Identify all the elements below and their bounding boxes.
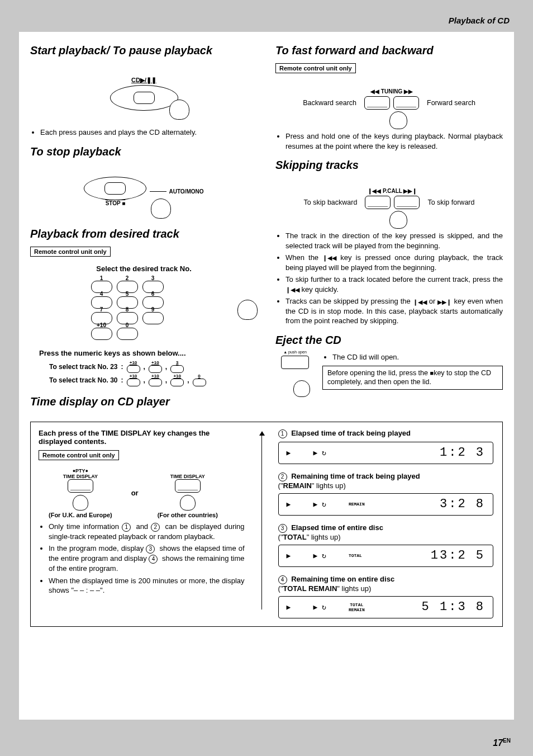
stop-label: STOP ■	[84, 200, 146, 206]
right-column: To fast forward and backward Remote cont…	[275, 44, 503, 414]
ff-bw-notes: Press and hold one of the keys during pl…	[275, 131, 503, 151]
time-display-box: Each press of the TIME DISPLAY key chang…	[30, 422, 503, 627]
time-display-title: Time display on CD player	[30, 395, 258, 408]
time-display-key-other[interactable]	[175, 479, 201, 493]
header-section-label: Playback of CD	[19, 16, 510, 25]
lcd-display: ▶ ▶ ↻ TOTAL REMAIN 5 1:3 8	[278, 596, 493, 618]
key-9[interactable]: 9	[142, 312, 164, 324]
start-playback-title: Start playback/ To pause playback	[30, 44, 258, 57]
page-number: 17EN	[493, 738, 511, 748]
left-column: Start playback/ To pause playback CD▶/❚❚…	[30, 44, 258, 414]
hand-icon	[389, 211, 407, 229]
note-item: When the ❙◀◀ key is pressed once during …	[285, 253, 503, 272]
play-icon: ▶	[287, 551, 291, 560]
skip-back-icon: ❙◀◀	[285, 286, 299, 294]
hand-icon	[169, 100, 189, 120]
backward-search-label: Backward search	[303, 99, 356, 107]
other-caption: (For other countries)	[158, 512, 218, 518]
indicator: TOTAL	[349, 553, 362, 558]
hand-icon	[73, 495, 88, 511]
press-numeric-label: Press the numeric keys as shown below...…	[30, 349, 258, 357]
lcd-display: ▶ ▶ ↻ REMAIN 3:2 8	[278, 493, 493, 516]
push-open-label: ▲ push open	[275, 350, 315, 354]
hand-icon	[151, 199, 171, 219]
pcall-back-key[interactable]	[365, 196, 391, 209]
time-heading: Each press of the TIME DISPLAY key chang…	[39, 429, 245, 446]
hand-icon	[389, 111, 407, 129]
repeat-icon: ▶ ↻	[313, 500, 326, 509]
tuning-label: ◀◀ TUNING ▶▶	[364, 88, 419, 94]
skipping-title: Skipping tracks	[275, 159, 503, 172]
pty-label: ●PTY●	[73, 468, 88, 474]
page-root: Playback of CD Start playback/ To pause …	[0, 0, 533, 756]
example-30: To select track No. 30: +10, +10, +10, 0	[30, 374, 258, 386]
eject-title: Eject the CD	[275, 334, 503, 347]
lcd-display: ▶ ▶ ↻ TOTAL 13:2 5	[278, 545, 493, 567]
desired-track-title: Playback from desired track	[30, 228, 258, 240]
skip-fwd-label: To skip forward	[427, 199, 474, 207]
example-23: To select track No. 23: +10, +10, 3	[30, 361, 258, 373]
eject-warning: Before opening the lid, press the ■key t…	[322, 366, 503, 390]
time-left-col: Each press of the TIME DISPLAY key chang…	[39, 429, 245, 618]
note-item: Press and hold one of the keys during pl…	[285, 131, 503, 151]
display-mode-4: 4 Remaining time on entire disc ("TOTAL …	[267, 575, 493, 618]
key-plus10[interactable]: +10	[91, 328, 112, 340]
time-value: 1:2 3	[440, 446, 485, 460]
play-icon: ▶	[287, 448, 291, 457]
display-mode-3: 3 Elapsed time of entire disc ("TOTAL" l…	[267, 523, 493, 567]
time-notes: Only time information 1 and 2 can be dis…	[39, 522, 245, 596]
play-icon: ▶	[287, 500, 291, 509]
content-area: Start playback/ To pause playback CD▶/❚❚…	[19, 32, 514, 720]
note-item: In the program mode, display 3 shows the…	[49, 544, 245, 574]
remote-only-badge: Remote control unit only	[30, 247, 111, 257]
skip-fwd-icon: ▶▶❙	[437, 298, 451, 306]
tuning-back-key[interactable]	[364, 96, 390, 110]
select-track-label: Select the desired track No.	[30, 264, 258, 273]
note-item: Tracks can be skipped by pressing the ❙◀…	[285, 296, 503, 326]
repeat-icon: ▶ ↻	[313, 448, 326, 457]
tuning-illustration: Backward search ◀◀ TUNING ▶▶ Forward sea…	[275, 78, 503, 128]
note-item: To skip further to a track located befor…	[285, 275, 503, 294]
pcall-fwd-key[interactable]	[394, 196, 420, 209]
note-item: Only time information 1 and 2 can be dis…	[49, 522, 245, 542]
remote-only-badge: Remote control unit only	[275, 63, 356, 73]
skip-back-icon: ❙◀◀	[322, 254, 336, 262]
note-item: Each press pauses and plays the CD alter…	[40, 127, 258, 138]
repeat-icon: ▶ ↻	[313, 551, 326, 560]
auto-mono-label: AUTO/MONO	[169, 188, 203, 195]
stop-button[interactable]	[84, 177, 146, 200]
repeat-icon: ▶ ↻	[313, 603, 326, 612]
time-display-label: TIME DISPLAY	[63, 474, 98, 479]
remote-only-badge: Remote control unit only	[39, 450, 119, 460]
forward-search-label: Forward search	[427, 99, 475, 107]
note-item: The track in the direction of the key pr…	[285, 231, 503, 251]
time-value: 13:2 5	[431, 549, 485, 563]
time-display-buttons: ●PTY● TIME DISPLAY (For U.K. and Europe)…	[39, 468, 245, 518]
note-item: The CD lid will open.	[332, 352, 503, 362]
note-item: When the displayed time is 200 minutes o…	[49, 576, 245, 596]
pcall-illustration: To skip backward ❙◀◀ P.CALL ▶▶❙ To skip …	[275, 177, 503, 228]
time-display-key-uk[interactable]	[68, 479, 93, 493]
pcall-label: ❙◀◀ P.CALL ▶▶❙	[365, 188, 420, 194]
key-0[interactable]: 0	[117, 328, 138, 340]
cd-play-pause-illustration: CD▶/❚❚	[30, 63, 258, 124]
hand-icon	[237, 300, 258, 320]
cd-play-button[interactable]	[110, 85, 178, 111]
cycle-arrow	[259, 431, 265, 621]
display-mode-1: 1 Elapsed time of track being played ▶ ▶…	[267, 429, 493, 464]
stop-illustration: STOP ■ AUTO/MONO	[30, 164, 258, 220]
time-value: 3:2 8	[440, 497, 485, 511]
uk-caption: (For U.K. and Europe)	[49, 512, 112, 518]
skip-back-label: To skip backward	[304, 199, 358, 207]
lcd-display: ▶ ▶ ↻ 1:2 3	[278, 442, 493, 464]
time-display-label: TIME DISPLAY	[170, 474, 205, 479]
skipping-notes: The track in the direction of the key pr…	[275, 231, 503, 326]
time-right-col: 1 Elapsed time of track being played ▶ ▶…	[261, 429, 493, 618]
indicator: REMAIN	[349, 502, 365, 507]
eject-button[interactable]	[281, 356, 309, 369]
display-mode-2: 2 Remaining time of track being played (…	[267, 472, 493, 516]
two-columns: Start playback/ To pause playback CD▶/❚❚…	[30, 44, 503, 414]
tuning-fwd-key[interactable]	[393, 96, 419, 110]
eject-illustration: ▲ push open	[275, 352, 315, 403]
eject-notes: The CD lid will open.	[322, 352, 503, 362]
